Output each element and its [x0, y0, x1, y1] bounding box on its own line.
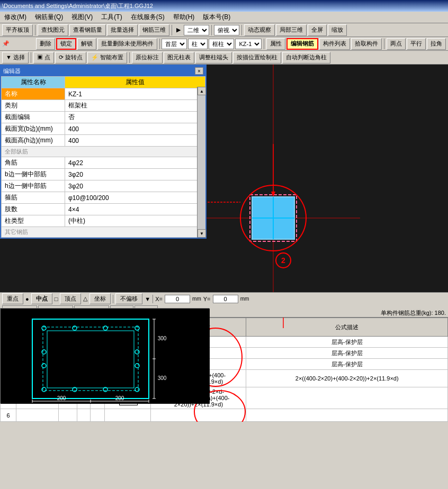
- btn-zhongdian[interactable]: 重点: [2, 293, 23, 304]
- btn-zuobiao[interactable]: 坐标: [89, 293, 111, 304]
- btn-shiqugoujian[interactable]: 拾取构件: [351, 38, 382, 50]
- x-value: 0: [165, 295, 190, 303]
- view-select-fushi[interactable]: 俯视: [214, 25, 239, 35]
- btn-bupianyi[interactable]: 不偏移: [115, 293, 142, 304]
- r6-no: 6: [1, 409, 16, 422]
- panel-close-btn[interactable]: ×: [195, 67, 203, 75]
- unit-y: mm: [240, 296, 249, 302]
- title-bar: \Documents and Settings\Administrator\桌面…: [0, 0, 448, 12]
- prop-row-corner[interactable]: 角筋 4φ22: [2, 157, 205, 169]
- sep4: [241, 25, 242, 35]
- btn-anmiaohuizhi[interactable]: 按描位置绘制柱: [233, 52, 281, 64]
- menu-shitu[interactable]: 视图(V): [69, 12, 95, 23]
- btn-gangjinsanwei[interactable]: 钢筋三维: [139, 24, 169, 36]
- btn-tiaozhengzhuduan[interactable]: 调整柱端头: [195, 52, 232, 64]
- prop-row-section-edit[interactable]: 截面编辑 否: [2, 112, 205, 123]
- btn-zhinengbuzhi[interactable]: ⚡ 智能布置: [87, 52, 127, 64]
- btn-suofang[interactable]: 缩放: [328, 24, 347, 36]
- svg-text:200: 200: [57, 395, 66, 401]
- x-label: X=: [155, 296, 163, 302]
- prop-row-name[interactable]: 名称 KZ-1: [2, 88, 205, 100]
- btn-dingdian[interactable]: 顶点: [60, 293, 81, 304]
- panel-scrollbar[interactable]: ▲ ▼: [197, 87, 205, 238]
- select-floor[interactable]: 首层: [162, 39, 187, 49]
- sep9: [129, 52, 130, 63]
- prop-row-width[interactable]: 截面宽(b边)(mm) 400: [2, 123, 205, 135]
- menu-zaixianfuwu[interactable]: 在线服务(S): [129, 12, 167, 23]
- btn-jubusanwei[interactable]: 局部三维: [276, 24, 307, 36]
- btn-piliangshanchu[interactable]: 批量删除未使用构件: [97, 38, 157, 50]
- prop-row-legs[interactable]: 肢数 4×4: [2, 204, 205, 215]
- sb-track[interactable]: [198, 95, 205, 229]
- btn-liangdian[interactable]: 两点: [387, 38, 406, 50]
- btn-chakangangjinliang[interactable]: 查看钢筋量: [69, 24, 106, 36]
- r5-desc: [246, 387, 448, 409]
- sep2: [172, 25, 172, 35]
- panel-title: 编辑器: [3, 67, 21, 75]
- btn-zidongpanduan[interactable]: 自动判断边角柱: [282, 52, 330, 64]
- r2-desc: 层高-保护层: [246, 348, 448, 359]
- btn-shuxing[interactable]: 属性: [266, 38, 285, 50]
- select-name[interactable]: KZ-1: [235, 39, 262, 49]
- btn-pinghang[interactable]: 平行: [407, 38, 426, 50]
- btn-bianjigangj[interactable]: 编辑钢筋: [286, 38, 318, 50]
- dot3: △: [83, 295, 87, 302]
- menu-gongju[interactable]: 工具(T): [99, 12, 124, 23]
- btn-xuanze[interactable]: ▼ 选择: [2, 52, 29, 64]
- btn-yuanweibiaozhu[interactable]: 原位标注: [132, 52, 163, 64]
- toolbar1: 平齐板顶 查找图元 查看钢筋量 批量选择 钢筋三维 ▶ 二维 俯视 动态观察 局…: [0, 23, 448, 37]
- view-select-2d[interactable]: 二维: [184, 25, 209, 35]
- column-detail-drawing: 200 200 300 300: [0, 308, 209, 403]
- menu-gangjinliang[interactable]: 钢筋量(Q): [33, 12, 65, 23]
- select-type2[interactable]: 框柱: [209, 39, 234, 49]
- sb-down[interactable]: ▼: [198, 229, 206, 238]
- btn-lajiao[interactable]: 拉角: [427, 38, 446, 50]
- r3-desc: 层高-保护层: [246, 359, 448, 370]
- prop-other-label: 其它钢筋: [2, 227, 205, 238]
- prop-row-stirrup[interactable]: 箍筋 φ10@100/200: [2, 192, 205, 204]
- sep1: [35, 25, 35, 35]
- svg-point-10: [240, 185, 306, 251]
- prop-row-bside[interactable]: b边一侧中部筋 3φ20: [2, 169, 205, 180]
- prop-row-hside[interactable]: h边一侧中部筋 3φ20: [2, 180, 205, 192]
- btn-dian[interactable]: ▣ 点: [33, 52, 54, 64]
- svg-marker-7: [271, 192, 275, 197]
- col-header-name: 属性名称: [2, 77, 65, 88]
- prop-row-type[interactable]: 类别 框架柱: [2, 100, 205, 112]
- prop-coltype-value: (中柱): [65, 215, 205, 227]
- prop-width-value: 400: [65, 123, 205, 135]
- prop-row-height[interactable]: 截面高(h边)(mm) 400: [2, 135, 205, 147]
- prop-hside-label: h边一侧中部筋: [2, 180, 65, 192]
- btn-quanping[interactable]: 全屏: [308, 24, 327, 36]
- status-sep2: [153, 295, 153, 303]
- menu-bangzhu[interactable]: 帮助(H): [171, 12, 197, 23]
- btn-pilianxuanze[interactable]: 批量选择: [107, 24, 138, 36]
- btn-goujianliebiao[interactable]: 构件列表: [319, 38, 350, 50]
- sb-up[interactable]: ▲: [198, 87, 206, 95]
- btn-suoding[interactable]: 锁定: [56, 38, 76, 50]
- prop-legs-label: 肢数: [2, 204, 65, 215]
- prop-section-edit-value: 否: [65, 112, 205, 123]
- btn-jiesuo[interactable]: 解锁: [77, 38, 96, 50]
- btn-dongtaiguancha[interactable]: 动态观察: [244, 24, 275, 36]
- menu-xiugai[interactable]: 修改(M): [2, 12, 29, 23]
- prop-row-coltype[interactable]: 柱类型 (中柱): [2, 215, 205, 227]
- btn-zhongdian2[interactable]: 中点: [31, 293, 52, 304]
- col-desc: 公式描述: [246, 318, 448, 337]
- btn-tuyuanzhubiao[interactable]: 图元柱表: [164, 52, 194, 64]
- menu-banbenhao[interactable]: 版本号(B): [201, 12, 232, 23]
- rebar-row-6[interactable]: 6: [1, 409, 448, 422]
- btn-chazhaotuyuan[interactable]: 查找图元: [38, 24, 68, 36]
- prop-type-label: 类别: [2, 100, 65, 112]
- select-type1[interactable]: 柱: [188, 39, 208, 49]
- btn-xuanzhuandian[interactable]: ⟳ 旋转点: [55, 52, 86, 64]
- title-text: \Documents and Settings\Administrator\桌面…: [2, 2, 153, 10]
- prop-width-label: 截面宽(b边)(mm): [2, 123, 65, 135]
- btn-pingqibanding[interactable]: 平齐板顶: [2, 24, 33, 36]
- prop-section-edit-label: 截面编辑: [2, 112, 65, 123]
- prop-name-value[interactable]: KZ-1: [65, 88, 205, 100]
- r4-desc: 2×((400-2×20)+(400-2×20))+2×(11.9×d): [246, 370, 448, 387]
- btn-shanchu[interactable]: 删除: [36, 38, 55, 50]
- sep5: [159, 39, 160, 49]
- column-detail-svg: 200 200 300 300: [1, 309, 210, 404]
